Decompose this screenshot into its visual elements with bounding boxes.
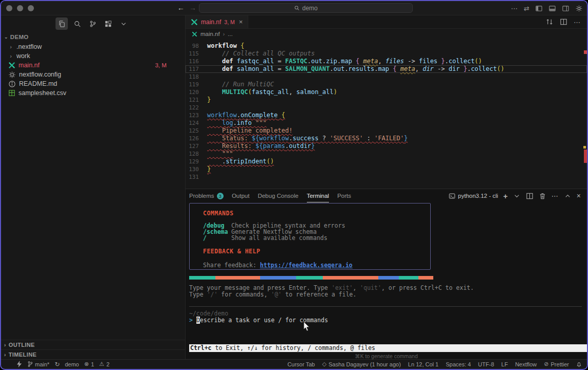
tree-item-samplesheet-csv[interactable]: samplesheet.csv [1,88,185,98]
code-line-124[interactable]: 124 log.info """ [186,119,587,127]
status-right-utf-8[interactable]: UTF-8 [478,361,494,367]
close-icon[interactable]: × [577,192,581,200]
breadcrumb-rest[interactable]: ... [228,31,233,37]
status-left-2[interactable]: ⚠2 [99,361,109,367]
line-number: 118 [186,73,207,81]
terminal[interactable]: COMMANDS /debugCheck pipeline syntax and… [186,202,587,359]
close-tab-icon[interactable]: × [239,18,243,26]
file-label: nextflow.config [19,71,61,78]
activity-extensions-button[interactable] [102,17,114,30]
panel-tab-problems[interactable]: Problems3 [189,189,224,202]
explorer-section-header[interactable]: ⌄ DEMO [1,32,185,42]
zoom-window-button[interactable] [28,5,34,11]
terminal-input-bar[interactable]: Ctrl+c to Exit, ↑/↓ for history, / comma… [189,344,587,352]
layout-sidebar-icon[interactable] [535,5,543,12]
status-left-1[interactable]: ⊗1 [84,361,94,367]
split-editor-icon[interactable] [560,18,567,26]
code-line-116[interactable]: 116 def fastqc_all = FASTQC.out.zip.map … [186,58,587,65]
forward-icon[interactable]: → [189,4,196,12]
line-number: 98 [186,42,207,50]
status-left-remote[interactable] [16,361,22,367]
status-right-lf[interactable]: LF [501,361,508,367]
code-line-122[interactable]: 122 [186,104,587,112]
minimize-window-button[interactable] [17,5,23,11]
line-number: 121 [186,96,207,104]
status-right-bell[interactable] [576,361,582,367]
more-icon[interactable]: ⋯ [511,5,518,12]
tree-item--nextflow[interactable]: ›.nextflow [1,42,185,51]
problems-count-badge: 3 [217,193,224,199]
tree-item-nextflow-config[interactable]: nextflow.config [1,70,185,79]
status-right-ln-12-col-1[interactable]: Ln 12, Col 1 [408,361,438,367]
activity-source-control-button[interactable] [86,17,99,30]
code-line-117[interactable]: 117 def salmon_all = SALMON_QUANT.out.re… [186,65,587,73]
panel-tab-terminal[interactable]: Terminal [307,189,329,202]
settings-gear-icon[interactable] [575,5,583,12]
code-editor[interactable]: 98workflow {115 // Collect all QC output… [186,39,587,189]
code-line-125[interactable]: 125 Pipeline completed! [186,127,587,135]
terminal-instance[interactable]: python3.12 - cli [449,193,498,199]
code-text: log.info """ [207,119,267,127]
panel-tab-ports[interactable]: Ports [337,189,351,202]
tab-main-nf[interactable]: main.nf 3, M × [186,15,248,28]
tab-label: main.nf [201,18,221,26]
code-line-115[interactable]: 115 // Collect all QC outputs [186,50,587,58]
chevron-up-icon[interactable] [564,192,572,200]
copy-icon [58,20,66,28]
split-editor-icon[interactable] [526,192,534,200]
more-icon[interactable]: ⋯ [574,17,581,27]
code-line-118[interactable]: 118 [186,73,587,81]
activity-copy-button[interactable] [56,17,68,30]
panel-tab-debug-console[interactable]: Debug Console [258,189,298,202]
code-line-128[interactable]: 128 """ [186,150,587,158]
status-left-main[interactable]: main* [27,361,49,367]
more-icon[interactable]: ⋯ [552,192,559,200]
activity-chevron-down-button[interactable] [117,17,130,30]
code-line-120[interactable]: 120 MULTIQC(fastqc_all, salmon_all) [186,88,587,96]
status-left-demo[interactable]: demo [65,361,79,367]
file-label: main.nf [19,62,40,69]
breadcrumb[interactable]: main.nf › ... [186,29,587,39]
cwd-label: ~/code/demo [189,310,228,317]
swap-arrows-icon[interactable]: ⇄ [524,5,529,12]
code-line-98[interactable]: 98workflow { [186,42,587,50]
tree-item-main-nf[interactable]: main.nf3, M [1,61,185,70]
plus-icon[interactable]: + [503,192,508,200]
status-right-prettier[interactable]: ⊘Prettier [544,361,569,367]
command-center-search[interactable]: demo [199,3,413,13]
status-right-sasha-dagayev-1-hour-ago[interactable]: ◇Sasha Dagayev (1 hour ago) [322,361,401,367]
code-line-119[interactable]: 119 // Run MultiQC [186,81,587,88]
search-value: demo [302,5,318,12]
close-window-button[interactable] [6,5,12,11]
compare-icon[interactable] [546,18,554,26]
layout-secondary-icon[interactable] [562,5,569,12]
status-right-spaces-4[interactable]: Spaces: 4 [446,361,471,367]
code-line-126[interactable]: 126 Status: ${workflow.success ? 'SUCCES… [186,135,587,142]
line-number: 126 [186,135,207,142]
code-text: MULTIQC(fastqc_all, salmon_all) [207,88,337,96]
section-timeline[interactable]: ›TIMELINE [1,349,185,359]
chevron-down-icon [120,20,127,28]
chevron-down-icon[interactable] [513,192,521,200]
feedback-link[interactable]: https://feedback.seqera.io [260,262,353,269]
code-line-127[interactable]: 127 Results: ${params.outdir} [186,142,587,150]
source-control-icon [89,20,97,28]
back-icon[interactable]: ← [177,4,185,12]
section-outline[interactable]: ›OUTLINE [1,340,185,349]
activity-search-button[interactable] [71,17,83,30]
panel-tab-output[interactable]: Output [232,189,250,202]
tree-item-readme-md[interactable]: README.md [1,79,185,88]
code-line-129[interactable]: 129 .stripIndent() [186,158,587,165]
trash-icon[interactable] [539,192,546,200]
breadcrumb-file[interactable]: main.nf [200,31,220,37]
code-line-131[interactable]: 131 [186,173,587,181]
layout-panel-icon[interactable] [548,5,556,12]
code-line-130[interactable]: 130} [186,165,587,173]
code-line-123[interactable]: 123workflow.onComplete { [186,112,587,119]
code-line-121[interactable]: 121} [186,96,587,104]
status-right-cursor-tab[interactable]: Cursor Tab [287,361,315,367]
progress-segment [296,276,323,280]
tree-item-work[interactable]: ›work [1,51,185,61]
status-left-sync[interactable]: ↻ [54,361,60,368]
status-right-nextflow[interactable]: Nextflow [515,361,537,367]
